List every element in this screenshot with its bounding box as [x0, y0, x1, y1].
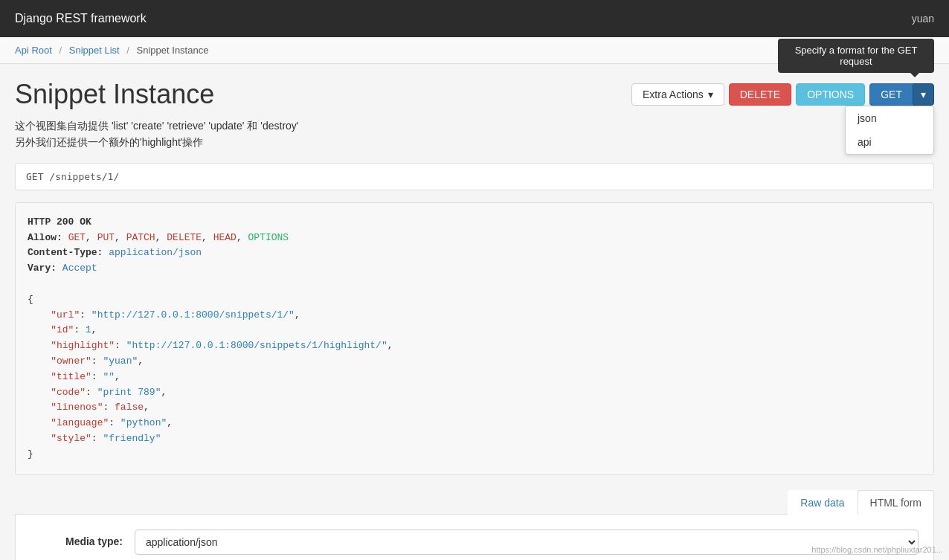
get-btn-group: GET ▾: [869, 83, 934, 106]
breadcrumb-sep-2: /: [126, 45, 129, 56]
navbar: Django REST framework yuan: [0, 0, 949, 37]
breadcrumb-snippet-list[interactable]: Snippet List: [69, 45, 120, 56]
response-status: HTTP 200 OK: [28, 215, 921, 231]
response-box: HTTP 200 OK Allow: GET, PUT, PATCH, DELE…: [15, 202, 934, 475]
response-allow: Allow: GET, PUT, PATCH, DELETE, HEAD, OP…: [28, 231, 921, 246]
extra-actions-button[interactable]: Extra Actions ▾: [631, 83, 724, 106]
main-content: Snippet Instance Specify a format for th…: [0, 64, 949, 560]
tab-html-form[interactable]: HTML form: [858, 490, 934, 515]
tab-raw-data[interactable]: Raw data: [788, 490, 857, 515]
options-button[interactable]: OPTIONS: [796, 83, 865, 106]
extra-actions-caret-icon: ▾: [708, 88, 713, 100]
form-section: Media type: application/json text/html C…: [15, 515, 934, 560]
format-tooltip: Specify a format for the GET request: [778, 39, 934, 73]
page-description: 这个视图集自动提供 'list' 'create' 'retrieve' 'up…: [15, 118, 934, 151]
extra-actions-label: Extra Actions: [643, 88, 704, 100]
navbar-user: yuan: [912, 13, 934, 25]
get-format-api[interactable]: api: [846, 130, 933, 154]
page-title: Snippet Instance: [15, 79, 214, 110]
request-line: GET /snippets/1/: [15, 163, 934, 190]
description-line2: 另外我们还提供一个额外的'highlight'操作: [15, 134, 934, 150]
navbar-brand[interactable]: Django REST framework: [15, 12, 147, 25]
page-header-row: Snippet Instance Specify a format for th…: [15, 79, 934, 110]
breadcrumb-sep-1: /: [59, 45, 62, 56]
get-dropdown-menu: json api: [845, 106, 934, 155]
media-type-row: Media type: application/json text/html: [30, 530, 919, 555]
bottom-tabs: Raw data HTML form: [15, 490, 934, 515]
breadcrumb-snippet-instance: Snippet Instance: [137, 45, 209, 56]
media-type-select[interactable]: application/json text/html: [135, 530, 919, 555]
get-format-json[interactable]: json: [846, 106, 933, 130]
toolbar: Specify a format for the GET request Ext…: [631, 83, 934, 106]
get-caret-button[interactable]: ▾: [913, 83, 934, 106]
response-content-type: Content-Type: application/json: [28, 245, 921, 261]
breadcrumb-api-root[interactable]: Api Root: [15, 45, 52, 56]
watermark: https://blog.csdn.net/phpliuxtar201...: [811, 545, 943, 554]
response-json-body: { "url": "http://127.0.0.1:8000/snippets…: [28, 292, 921, 463]
get-dropdown-wrapper: GET ▾ json api: [869, 83, 934, 106]
delete-button[interactable]: DELETE: [729, 83, 791, 106]
response-vary: Vary: Accept: [28, 261, 921, 277]
description-line1: 这个视图集自动提供 'list' 'create' 'retrieve' 'up…: [15, 118, 934, 134]
get-caret-icon: ▾: [921, 88, 926, 100]
media-type-label: Media type:: [30, 530, 135, 547]
get-button[interactable]: GET: [869, 83, 913, 106]
